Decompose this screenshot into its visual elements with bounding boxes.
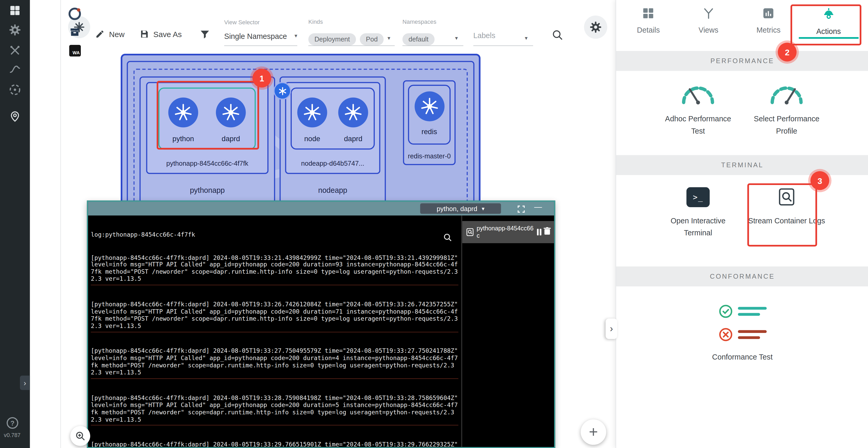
- log-terminal-window: python, daprd ▾ — log:pythonapp-8454cc66…: [87, 201, 555, 448]
- terminal-items: >_ Open Interactive Terminal Stream Cont…: [616, 187, 868, 240]
- kind-chip-pod[interactable]: Pod: [360, 33, 384, 46]
- webassembly-badge[interactable]: WA: [69, 45, 81, 57]
- namespaces-label: Namespaces: [402, 18, 436, 25]
- labels-dropdown[interactable]: Labels: [473, 32, 495, 40]
- log-entry: [pythonapp-8454cc66c-4f7fk:daprd] 2024-0…: [91, 253, 458, 285]
- log-search-icon[interactable]: [407, 226, 452, 251]
- floppy-save-icon: [140, 29, 149, 39]
- add-button[interactable]: +: [581, 419, 606, 445]
- pause-stream-icon[interactable]: [536, 229, 541, 235]
- pass-result-lines: [738, 307, 766, 316]
- select-performance-profile-action[interactable]: Select Performance Profile: [745, 81, 828, 138]
- x-circle-icon: [718, 327, 733, 342]
- chevron-right-icon: ›: [610, 323, 613, 334]
- kinds-underline: [308, 46, 395, 46]
- left-rail: › ? v0.787: [0, 0, 30, 448]
- kubernetes-pod-icon: [168, 97, 198, 127]
- zoom-in-button[interactable]: [70, 426, 90, 446]
- tab-details[interactable]: Details: [618, 0, 678, 39]
- settings-gears-icon[interactable]: [0, 23, 30, 36]
- actions-lamp-icon: [821, 6, 836, 23]
- chevron-down-icon: ▾: [294, 33, 297, 39]
- conformance-fail-row: [718, 327, 767, 342]
- log-document-icon: [466, 228, 474, 237]
- search-icon[interactable]: [552, 29, 564, 43]
- pod-pythonapp[interactable]: python daprd pythonapp-8454cc66c-4f7fk: [146, 82, 268, 174]
- pencil-icon: [95, 29, 104, 39]
- location-pin-icon[interactable]: [0, 110, 30, 122]
- fail-result-lines: [738, 330, 766, 339]
- action-label: Adhoc Performance Test: [659, 113, 737, 137]
- dapr-sidecar-group-pythonapp[interactable]: python daprd: [158, 87, 256, 150]
- rail-expand-button[interactable]: ›: [20, 376, 30, 390]
- save-as-button[interactable]: Save As: [140, 29, 182, 39]
- pod-nodeapp[interactable]: node daprd nodeapp-d64b5747...: [285, 82, 380, 174]
- container-selector-dropdown[interactable]: python, daprd ▾: [420, 203, 501, 214]
- conformance-test-label: Conformance Test: [616, 353, 868, 361]
- container-label: node: [304, 135, 320, 143]
- open-interactive-terminal-action[interactable]: >_ Open Interactive Terminal: [656, 187, 740, 240]
- chevron-down-icon[interactable]: ▾: [388, 35, 390, 41]
- container-node[interactable]: node: [297, 97, 327, 148]
- chevron-down-icon[interactable]: ▾: [525, 35, 528, 41]
- mesh-icon[interactable]: [0, 83, 30, 96]
- cluster-boundary[interactable]: python daprd pythonapp-8454cc66c-4f7fk p…: [121, 54, 480, 214]
- section-terminal-header: TERMINAL: [616, 155, 868, 175]
- log-title-line: log:pythonapp-8454cc66c-4f7fk: [91, 232, 458, 238]
- pipeline-curve-icon[interactable]: [0, 63, 30, 76]
- panel-collapse-handle[interactable]: ›: [606, 319, 617, 339]
- container-daprd[interactable]: daprd: [216, 97, 246, 148]
- help-icon[interactable]: ?: [6, 417, 18, 429]
- annotation-badge-3: 3: [810, 171, 829, 190]
- kind-chip-deployment[interactable]: Deployment: [308, 33, 356, 46]
- log-stream-icon: [777, 187, 797, 207]
- container-group-nodeapp[interactable]: node daprd: [291, 87, 375, 150]
- tab-actions[interactable]: Actions: [799, 0, 859, 39]
- save-as-button-label: Save As: [153, 30, 182, 39]
- dapr-logo-badge[interactable]: [274, 82, 291, 100]
- kubernetes-pod-icon: [414, 91, 444, 121]
- dashboard-grid-icon[interactable]: [0, 4, 30, 17]
- new-button[interactable]: New: [95, 29, 125, 39]
- deployment-nodeapp[interactable]: node daprd nodeapp-d64b5747... nodeapp: [280, 77, 386, 214]
- action-label: Select Performance Profile: [748, 113, 825, 137]
- tab-label: Views: [699, 26, 718, 34]
- labels-underline: [473, 46, 533, 46]
- section-performance-header: PERFORMANCE: [616, 51, 868, 71]
- terminal-body: log:pythonapp-8454cc66c-4f7fk [pythonapp…: [88, 215, 554, 447]
- log-stream-name: pythonapp-8454cc66c: [477, 225, 534, 239]
- log-output-pane[interactable]: log:pythonapp-8454cc66c-4f7fk [pythonapp…: [88, 215, 461, 447]
- metrics-chart-icon: [762, 6, 775, 22]
- deployment-pythonapp[interactable]: python daprd pythonapp-8454cc66c-4f7fk p…: [140, 77, 275, 214]
- archive-icon[interactable]: [69, 27, 80, 40]
- adhoc-performance-test-action[interactable]: Adhoc Performance Test: [656, 81, 740, 138]
- chevron-down-icon: ▾: [482, 206, 485, 212]
- app-logo-icon[interactable]: [67, 6, 82, 23]
- namespace-chip-default[interactable]: default: [402, 33, 434, 46]
- container-python[interactable]: python: [168, 97, 198, 148]
- container-label: daprd: [222, 135, 240, 143]
- log-entry: [pythonapp-8454cc66c-4f7fk:daprd] 2024-0…: [91, 440, 458, 447]
- wa-label: WA: [72, 50, 80, 55]
- tab-views[interactable]: Views: [678, 0, 738, 39]
- minimize-icon[interactable]: —: [534, 202, 542, 211]
- conformance-test-action[interactable]: [616, 304, 868, 342]
- canvas-settings-button[interactable]: [584, 16, 607, 39]
- tab-metrics[interactable]: Metrics: [738, 0, 798, 39]
- kinds-label: Kinds: [308, 18, 323, 25]
- fullscreen-icon[interactable]: [518, 205, 525, 215]
- stream-container-logs-action[interactable]: Stream Container Logs: [745, 187, 828, 240]
- filter-funnel-icon[interactable]: [199, 29, 210, 42]
- delete-stream-icon[interactable]: [544, 227, 551, 237]
- container-label: python: [172, 135, 194, 143]
- statefulset-redis[interactable]: redis redis-master-0: [403, 80, 456, 165]
- container-daprd[interactable]: daprd: [338, 97, 368, 148]
- details-panel: Details Views Metrics Actions: [616, 0, 868, 448]
- container-group-redis[interactable]: redis: [408, 85, 451, 145]
- log-stream-item[interactable]: pythonapp-8454cc66c: [462, 221, 554, 243]
- gear-icon: [589, 21, 602, 34]
- new-button-label: New: [109, 30, 124, 39]
- tools-icon[interactable]: [0, 44, 30, 57]
- chevron-down-icon[interactable]: ▾: [455, 35, 458, 41]
- view-selector-dropdown[interactable]: Single Namespace ▾: [224, 31, 297, 41]
